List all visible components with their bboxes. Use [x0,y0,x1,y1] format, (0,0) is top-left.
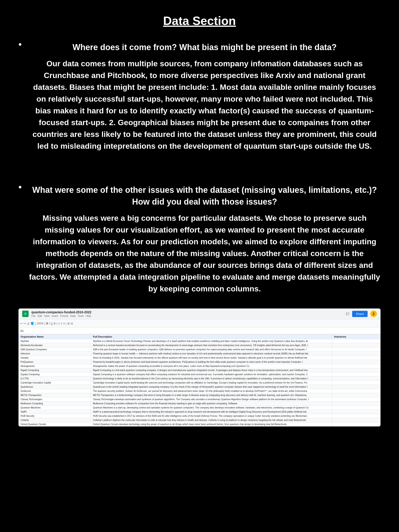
cell-org-name[interactable]: Multiverse Computing [19,402,91,406]
toolbar-icon-bold[interactable]: B [46,322,48,325]
cell-industries [332,422,380,426]
table-row: IQM Quantum ComputersIQM is the pan-Euro… [19,348,380,352]
cell-org-name[interactable]: Zapata Computing [19,373,91,377]
cell-industries [332,418,380,422]
cell-description: IQM is the pan-European leader in buildi… [91,348,332,352]
cell-org-name[interactable]: Alchemist Accelerator [19,343,91,348]
toolbar-icon-undo[interactable]: ↩ [20,322,23,325]
cell-org-name[interactable]: Cellarity [19,418,91,422]
cell-description: Oxford Quantum Circuits develops technol… [91,422,332,426]
toolbar-icon-italic[interactable]: I [49,322,50,325]
bullet-dot-2: • [19,182,22,192]
cell-description: Since its founding in 2016, Xanadu has f… [91,356,332,360]
question-2: What were some of the other issues with … [29,184,380,208]
cell-org-name[interactable]: PsiQuantum [19,360,91,364]
menu-data[interactable]: Data [70,315,76,317]
menu-tools[interactable]: Tools [78,315,84,317]
formula-content: Organization Name [36,329,60,332]
page-title: Data Section [19,14,380,28]
cell-description: Quantinuum is the world's leading integr… [91,385,332,389]
menu-edit[interactable]: Edit [38,315,42,317]
bullet-content-1: Where does it come from? What bias might… [29,42,380,152]
toolbar-icon-align-right[interactable]: ≡ [63,322,65,325]
cell-description: Zapata Computing is a quantum software c… [91,373,332,377]
table-row: GoSecureThe quantum security problem. So… [19,389,380,393]
question-1: Where does it come from? What bias might… [29,42,380,53]
cell-org-name[interactable]: Quantum Machines [19,406,91,410]
toolbar-separator2: | [44,322,45,325]
toolbar-icon-print[interactable]: 🖨 [27,322,30,325]
bullet-item-1: • Where does it come from? What bias mig… [19,42,380,152]
cell-industries [332,339,380,343]
share-button[interactable]: Share [352,311,367,317]
cell-org-name[interactable]: GoSecure [19,389,91,393]
cell-industries [332,381,380,385]
toolbar-icon-merge[interactable]: ⊟ [71,322,73,325]
sheets-icon: ≡ [22,310,29,317]
col-header-desc: Full Description [91,334,332,339]
cell-org-name[interactable]: Cambridge Innovation Capital [19,381,91,385]
toolbar-icon-border[interactable]: ⊞ [67,322,70,325]
cell-description: Cellarity's platform digitizes the molec… [91,418,332,422]
menu-view[interactable]: View [44,315,50,317]
cell-description: Cambridge Innovation Capital backs world… [91,381,332,385]
toolbar-separator3: | [57,322,57,325]
menu-help[interactable]: Help [86,315,91,317]
cell-industries [332,373,380,377]
cell-industries [332,393,380,397]
cell-org-name[interactable]: Xanadu [19,356,91,360]
cell-industries [332,414,380,418]
user-avatar: 2 [370,310,377,317]
table-row: Multiverse ComputingMultiverse Computing… [19,402,380,406]
cell-org-name[interactable]: inference [19,352,91,356]
cell-description: Quantum Machines is a start-up, developi… [91,406,332,410]
section-1: • Where does it come from? What bias mig… [19,42,380,152]
cell-org-name[interactable]: Strangeworks [19,364,91,368]
menu-insert[interactable]: Insert [52,315,58,317]
cell-org-name[interactable]: G-CTRL [19,377,91,381]
cell-org-name[interactable]: Classiq Technologies [19,397,91,402]
toolbar-zoom[interactable]: 100% [37,322,44,325]
table-row: Oxford Quantum CircuitsOxford Quantum Ci… [19,422,380,426]
toolbar-icon-align-left[interactable]: ≡ [58,322,60,325]
cell-description: XtalPi is a pharmaceutical technology co… [91,410,332,414]
toolbar-separator4: | [66,322,66,325]
toolbar-icon-redo[interactable]: ↪ [24,322,26,325]
top-right-icons: 💬 Share 2 [346,310,377,317]
table-row: XtalPiXtalPi is a pharmaceutical technol… [19,410,380,414]
table-row: MET|S TherapeuticsMET|S Therapeutics is … [19,393,380,397]
cell-industries [332,410,380,414]
cell-org-name[interactable]: XtalPi [19,410,91,414]
spacer-1 [19,166,380,184]
toolbar-icon-align-center[interactable]: ≡ [61,322,62,325]
spreadsheet-title-bar: quantum-companies-funded-2010-2022 File … [32,310,343,317]
menu-file[interactable]: File [32,315,36,317]
cell-industries [332,385,380,389]
cell-org-name[interactable]: IQM Quantum Computers [19,348,91,352]
toolbar-icon-underline[interactable]: U [51,322,53,325]
formula-bar: A1 Organization Name [19,328,380,334]
bullet-item-2: • What were some of the other issues wit… [19,184,380,295]
answer-1: Our data comes from multiple sources, fr… [29,58,380,152]
toolbar-icon-paint[interactable]: 🪣 [31,322,34,325]
table-row: inferencePowering quantum leaps in human… [19,352,380,356]
menu-format[interactable]: Format [60,315,68,317]
cell-industries [332,360,380,364]
cell-org-name[interactable]: Oxford Quantum Circuits [19,422,91,426]
spreadsheet-table-wrapper: Organization Name Full Description Indus… [19,334,380,426]
table-row: SkyHiveSkyHive is a World Economic Forum… [19,339,380,343]
toolbar-icon-strikethrough[interactable]: S̶ [54,322,56,325]
cell-industries [332,368,380,373]
bullet-content-2: What were some of the other issues with … [29,184,380,295]
cell-org-name[interactable]: Rigetti Computing [19,368,91,373]
cell-reference[interactable]: A1 [20,329,34,332]
table-row: Quantum MachinesQuantum Machines is a st… [19,406,380,410]
cell-org-name[interactable]: Quantinuum [19,385,91,389]
table-row: Cambridge Innovation CapitalCambridge In… [19,381,380,385]
cell-org-name[interactable]: SkyHive [19,339,91,343]
cell-org-name[interactable]: MET|S Therapeutics [19,393,91,397]
table-row: HUB SecurityHUB Security was established… [19,414,380,418]
comments-icon[interactable]: 💬 [346,312,349,315]
cell-industries [332,348,380,352]
cell-org-name[interactable]: HUB Security [19,414,91,418]
